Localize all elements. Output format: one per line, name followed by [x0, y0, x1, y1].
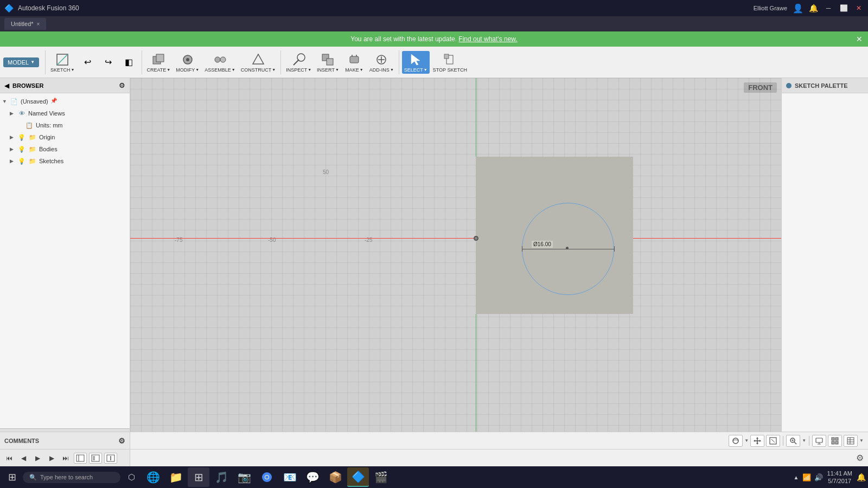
select-label: SELECT ▼ — [404, 67, 427, 73]
notification-center-icon[interactable]: 🔔 — [857, 473, 866, 481]
taskbar-app-teams[interactable]: 💬 — [302, 467, 323, 487]
tray-arrow-icon[interactable]: ▲ — [794, 474, 799, 480]
notification-bar: You are all set with the latest update. … — [0, 31, 868, 47]
main-tab[interactable]: Untitled* × — [4, 18, 46, 30]
model-mode-button[interactable]: MODEL ▼ — [3, 57, 39, 67]
tree-item-bodies[interactable]: ▶ 💡 📁 Bodies — [0, 143, 130, 155]
tree-item-named-views[interactable]: ▶ 👁 Named Views — [0, 107, 130, 119]
notification-link[interactable]: Find out what's new. — [458, 35, 517, 43]
orbit-chevron[interactable]: ▼ — [744, 438, 749, 443]
taskbar-clock[interactable]: 11:41 AM 5/7/2017 — [827, 470, 852, 485]
construct-icon — [251, 52, 266, 67]
dim-tick-right — [614, 246, 615, 252]
network-icon[interactable]: 📶 — [802, 473, 811, 481]
svg-rect-33 — [816, 438, 822, 442]
next-button[interactable]: ▶ — [46, 452, 58, 464]
tree-item-units[interactable]: 📋 Units: mm — [0, 119, 130, 131]
taskbar-app-edge[interactable]: 🌐 — [142, 467, 164, 487]
toolbar-assemble[interactable]: ASSEMBLE ▼ — [202, 51, 237, 74]
notification-close-button[interactable]: ✕ — [856, 35, 863, 43]
taskbar-search[interactable]: 🔍 Type here to search — [23, 472, 120, 483]
taskbar-app-fusion[interactable]: 🔷 — [347, 467, 369, 487]
toolbar-make[interactable]: MAKE ▼ — [342, 51, 366, 74]
svg-marker-25 — [754, 440, 755, 442]
zoom-button[interactable] — [786, 435, 800, 447]
addins-icon — [374, 52, 389, 67]
comments-settings-icon[interactable]: ⚙ — [118, 436, 125, 445]
prev-button[interactable]: ◀ — [17, 452, 29, 464]
svg-marker-19 — [411, 54, 420, 65]
toolbar-addins[interactable]: ADD-INS ▼ — [367, 51, 396, 74]
bt-sep-1 — [783, 436, 783, 446]
restore-button[interactable]: ⬜ — [839, 3, 848, 13]
insert-icon — [320, 52, 335, 67]
account-icon[interactable]: 👤 — [793, 3, 803, 14]
toolbar-modify[interactable]: MODIFY ▼ — [174, 51, 201, 74]
toolbar-history[interactable]: ◧ — [119, 54, 139, 71]
toolbar-undo[interactable]: ↩ — [78, 54, 98, 71]
svg-point-52 — [265, 476, 269, 479]
timeline-expand-icon[interactable] — [104, 453, 117, 464]
toolbar-insert[interactable]: INSERT ▼ — [315, 51, 341, 74]
task-view-button[interactable]: ⬡ — [122, 467, 141, 487]
toolbar-construct[interactable]: CONSTRUCT ▼ — [239, 51, 278, 74]
toolbar-stop-sketch[interactable]: STOP SKETCH — [431, 51, 469, 74]
minimize-button[interactable]: ─ — [824, 3, 833, 13]
toolbar-sketch[interactable]: SKETCH ▼ — [48, 51, 76, 74]
fit-button[interactable] — [766, 435, 780, 447]
pan-button[interactable] — [750, 435, 764, 447]
settings-timeline-icon[interactable] — [89, 453, 102, 464]
palette-dot-icon — [786, 83, 792, 88]
browser-tree: ▼ 📄 (Unsaved) 📌 ▶ 👁 Named Views 📋 Units:… — [0, 93, 130, 428]
orbit-button[interactable] — [729, 435, 743, 447]
toolbar-separator-1 — [45, 50, 46, 74]
grid-button[interactable] — [828, 435, 842, 447]
skip-back-button[interactable]: ⏮ — [3, 452, 15, 464]
settings-icon[interactable]: ⚙ — [856, 453, 864, 463]
taskbar-app-store[interactable]: ⊞ — [188, 467, 209, 487]
browser-settings-icon[interactable]: ⚙ — [119, 81, 125, 89]
tree-item-origin[interactable]: ▶ 💡 📁 Origin — [0, 131, 130, 143]
toolbar-create[interactable]: CREATE ▼ — [145, 51, 173, 74]
addins-label: ADD-INS ▼ — [369, 67, 394, 73]
taskbar-app-outlook[interactable]: 📧 — [279, 467, 301, 487]
dim-tick-left — [522, 246, 522, 252]
tree-label-unsaved: (Unsaved) — [21, 98, 48, 105]
tab-close-button[interactable]: × — [37, 21, 40, 27]
toolbar-inspect[interactable]: INSPECT ▼ — [284, 51, 314, 74]
canvas-area[interactable]: -75 -50 -25 50 Ø16.00 FRONT — [130, 78, 781, 432]
pin-icon-unsaved[interactable]: 📌 — [50, 98, 58, 105]
toolbar-select[interactable]: SELECT ▼ — [402, 51, 430, 74]
tree-arrow-unsaved: ▼ — [2, 99, 10, 104]
browser-collapse-icon[interactable]: ◀ — [4, 82, 9, 89]
windows-start-button[interactable]: ⊞ — [2, 467, 22, 487]
tree-item-unsaved[interactable]: ▼ 📄 (Unsaved) 📌 — [0, 95, 130, 107]
svg-point-6 — [215, 57, 220, 62]
dimension-label: Ø16.00 — [532, 241, 553, 248]
table-button[interactable] — [844, 435, 858, 447]
app-title: Autodesk Fusion 360 — [18, 4, 79, 12]
taskbar-app-explorer[interactable]: 📁 — [165, 467, 187, 487]
tree-item-sketches[interactable]: ▶ 💡 📁 Sketches — [0, 155, 130, 167]
sketch-label: SKETCH ▼ — [50, 67, 74, 73]
svg-line-9 — [293, 60, 299, 65]
timeline-frame-icon[interactable] — [74, 453, 87, 464]
dimension-line — [522, 249, 614, 249]
tree-icon-unsaved: 📄 — [10, 97, 18, 106]
close-button[interactable]: ✕ — [854, 3, 864, 13]
taskbar-app-chrome[interactable] — [256, 467, 278, 487]
zoom-chevron[interactable]: ▼ — [802, 438, 806, 443]
notification-icon[interactable]: 🔔 — [809, 4, 818, 12]
taskbar-app-music[interactable]: 🎵 — [210, 467, 232, 487]
tree-icon-sketches: 💡 — [17, 157, 26, 165]
taskbar-app-photos[interactable]: 📷 — [233, 467, 255, 487]
toolbar-redo[interactable]: ↪ — [99, 54, 118, 71]
taskbar-app-3d[interactable]: 📦 — [324, 467, 346, 487]
volume-icon[interactable]: 🔊 — [814, 473, 823, 481]
skip-forward-button[interactable]: ⏭ — [60, 452, 72, 464]
display-button[interactable] — [812, 435, 826, 447]
select-icon — [408, 52, 423, 67]
play-button[interactable]: ▶ — [31, 452, 43, 464]
taskbar-app-screenrec[interactable]: 🎬 — [370, 467, 392, 487]
table-chevron[interactable]: ▼ — [859, 438, 864, 443]
